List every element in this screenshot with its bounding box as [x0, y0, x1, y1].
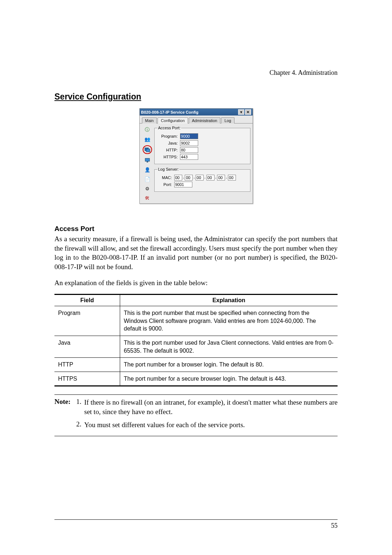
section-title: Service Configuration — [54, 92, 338, 102]
dialog-sidebar: ⓘ 👥 👤 📄 ⚙ 🛠 — [142, 126, 153, 201]
document-icon[interactable]: 📄 — [144, 176, 151, 182]
port-label: Port: — [158, 182, 174, 187]
fields-table: Field Explanation Program This is the po… — [54, 294, 338, 386]
tools-icon[interactable]: 🛠 — [144, 195, 151, 201]
explanation-cell: This is the port number used for Java Cl… — [120, 336, 338, 357]
http-input[interactable] — [180, 147, 198, 153]
program-label: Program: — [158, 134, 180, 138]
log-server-group: Log Server: MAC: - - - - - Port: — [154, 167, 250, 192]
table-head-field: Field — [54, 295, 120, 306]
tab-main[interactable]: Main — [142, 117, 157, 123]
note-text: If there is no firewall (on an intranet,… — [84, 398, 338, 416]
explanation-cell: The port number for a secure browser log… — [120, 372, 338, 386]
log-server-legend: Log Server: — [158, 167, 180, 171]
table-intro: An explanation of the fields is given in… — [54, 278, 338, 288]
mac-input-0[interactable] — [174, 175, 182, 181]
field-cell: Program — [54, 306, 120, 336]
network-icon[interactable] — [143, 145, 152, 154]
java-label: Java: — [158, 141, 180, 145]
svg-rect-3 — [147, 162, 148, 162]
info-icon[interactable]: ⓘ — [144, 126, 151, 133]
dialog-tabs: Main Configuration Administration Log — [140, 116, 253, 123]
mac-input-5[interactable] — [228, 175, 236, 181]
port-input[interactable] — [174, 182, 192, 187]
dialog-title: B020-008-17-IP Service Config — [141, 110, 237, 114]
service-config-dialog: B020-008-17-IP Service Config ▾ ✕ Main C… — [139, 108, 253, 204]
java-input[interactable] — [180, 140, 198, 146]
page-number: 55 — [54, 519, 338, 530]
users-icon[interactable]: 👥 — [144, 136, 151, 142]
svg-rect-2 — [145, 158, 150, 161]
access-port-paragraph: As a security measure, if a firewall is … — [54, 234, 338, 272]
tab-administration[interactable]: Administration — [189, 117, 221, 123]
notes-block: Note: 1. If there is no firewall (on an … — [54, 394, 338, 436]
mac-label: MAC: — [158, 175, 174, 180]
https-label: HTTPS: — [158, 155, 180, 159]
mac-input-1[interactable] — [185, 175, 193, 181]
table-row: HTTPS The port number for a secure brows… — [54, 372, 338, 386]
explanation-cell: This is the port number that must be spe… — [120, 306, 338, 336]
access-port-heading: Access Port — [54, 225, 338, 233]
note-text: You must set different values for each o… — [84, 420, 338, 430]
chapter-header: Chapter 4. Administration — [54, 69, 338, 77]
user-red-icon[interactable]: 👤 — [144, 166, 151, 173]
explanation-cell: The port number for a browser login. The… — [120, 358, 338, 372]
program-input[interactable] — [180, 133, 198, 139]
minimize-icon[interactable]: ▾ — [238, 109, 244, 115]
note-number: 2. — [76, 420, 84, 430]
mac-input-3[interactable] — [207, 175, 215, 181]
dialog-titlebar: B020-008-17-IP Service Config ▾ ✕ — [140, 109, 253, 116]
monitor-icon[interactable] — [144, 157, 151, 163]
access-port-group: Access Port: Program: Java: HTTP: — [154, 126, 250, 164]
close-icon[interactable]: ✕ — [245, 109, 251, 115]
svg-rect-1 — [146, 149, 150, 152]
table-row: Java This is the port number used for Ja… — [54, 336, 338, 357]
http-label: HTTP: — [158, 148, 180, 152]
https-input[interactable] — [180, 154, 198, 160]
mac-input-4[interactable] — [217, 175, 225, 181]
note-number: 1. — [76, 398, 84, 416]
table-row: Program This is the port number that mus… — [54, 306, 338, 336]
tab-configuration[interactable]: Configuration — [158, 117, 188, 123]
mac-input-2[interactable] — [196, 175, 204, 181]
gear-icon[interactable]: ⚙ — [144, 185, 151, 192]
table-head-explanation: Explanation — [120, 295, 338, 306]
field-cell: HTTPS — [54, 372, 120, 386]
note-label: Note: — [54, 398, 76, 416]
access-port-legend: Access Port: — [158, 126, 181, 130]
field-cell: HTTP — [54, 358, 120, 372]
table-row: HTTP The port number for a browser login… — [54, 358, 338, 372]
tab-log[interactable]: Log — [221, 117, 234, 123]
field-cell: Java — [54, 336, 120, 357]
